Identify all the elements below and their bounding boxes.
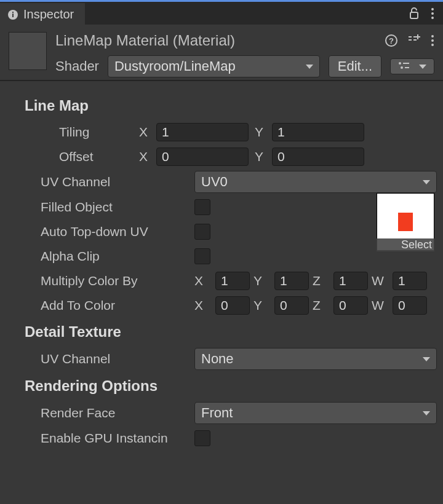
lock-icon[interactable] (409, 7, 420, 20)
row-offset: Offset X Y (59, 146, 437, 167)
alpha-clip-checkbox[interactable] (194, 248, 210, 264)
axis-y-label: Y (253, 274, 267, 288)
auto-topdown-checkbox[interactable] (194, 224, 210, 240)
presets-icon[interactable] (407, 34, 421, 47)
svg-point-17 (431, 44, 434, 46)
info-icon (7, 9, 18, 20)
svg-rect-21 (405, 67, 409, 68)
axis-x-label: X (194, 274, 208, 288)
row-tiling: Tiling X Y (59, 122, 437, 143)
offset-y-input[interactable] (272, 148, 364, 166)
axis-z-label: Z (313, 274, 326, 288)
edit-button[interactable]: Edit... (329, 55, 381, 77)
kebab-icon[interactable] (431, 7, 434, 20)
row-detail-uv-channel: UV Channel None (41, 348, 437, 370)
tiling-label: Tiling (59, 125, 139, 140)
detail-uv-channel-label: UV Channel (41, 352, 194, 366)
svg-rect-10 (409, 39, 412, 41)
svg-point-5 (431, 12, 434, 15)
axis-x-label: X (194, 298, 208, 313)
add-y-input[interactable] (274, 296, 309, 315)
detail-uv-channel-value: None (201, 351, 234, 367)
axis-w-label: W (372, 274, 385, 288)
axis-x-label: X (139, 125, 153, 140)
section-rendering-title: Rendering Options (25, 377, 437, 395)
tab-bar: Inspector (0, 0, 443, 25)
section-linemap-title: Line Map (25, 97, 437, 114)
svg-text:?: ? (389, 36, 394, 45)
material-header: LineMap Material (Material) ? Shader Dus… (0, 25, 443, 81)
render-face-label: Render Face (41, 406, 194, 420)
section-detail-title: Detail Texture (25, 323, 437, 341)
chevron-down-icon (306, 65, 313, 69)
shader-label: Shader (55, 58, 99, 74)
kebab-icon[interactable] (431, 34, 434, 47)
svg-point-18 (399, 62, 401, 65)
shader-value: Dustyroom/LineMap (114, 58, 236, 74)
axis-y-label: Y (253, 298, 267, 313)
filled-object-checkbox[interactable] (194, 199, 210, 215)
chevron-down-icon (423, 411, 430, 415)
gpu-instancing-checkbox[interactable] (194, 430, 210, 446)
axis-z-label: Z (313, 298, 326, 313)
multiply-color-label: Multiply Color By (41, 274, 194, 288)
add-to-color-label: Add To Color (41, 298, 194, 313)
svg-rect-1 (12, 14, 14, 17)
uv-channel-value: UV0 (201, 174, 228, 190)
gpu-instancing-label: Enable GPU Instancin (41, 431, 194, 446)
tab-label: Inspector (23, 7, 74, 22)
row-render-face: Render Face Front (41, 402, 437, 424)
row-multiply-color: Multiply Color By X Y Z W (41, 270, 437, 291)
hierarchy-dropdown-button[interactable] (390, 58, 434, 74)
axis-x-label: X (139, 149, 153, 164)
axis-w-label: W (372, 298, 385, 313)
render-face-value: Front (201, 405, 233, 421)
svg-rect-14 (415, 36, 420, 37)
linemap-texture-slot[interactable]: Select (377, 193, 434, 262)
axis-y-label: Y (255, 125, 268, 140)
chevron-down-icon (423, 357, 430, 361)
row-gpu-instancing: Enable GPU Instancin (41, 428, 437, 449)
tiling-y-input[interactable] (272, 123, 364, 141)
multiply-x-input[interactable] (215, 272, 250, 290)
svg-point-16 (431, 39, 434, 42)
multiply-w-input[interactable] (393, 272, 427, 290)
material-preview-thumb[interactable] (9, 32, 47, 70)
multiply-z-input[interactable] (333, 272, 368, 290)
svg-point-6 (431, 17, 434, 19)
list-icon (398, 61, 410, 71)
detail-uv-channel-dropdown[interactable]: None (194, 348, 437, 370)
svg-rect-12 (413, 39, 417, 41)
tab-inspector[interactable]: Inspector (0, 3, 85, 26)
svg-point-20 (401, 66, 403, 69)
row-uv-channel: UV Channel UV0 (41, 171, 437, 193)
multiply-y-input[interactable] (274, 272, 309, 290)
auto-topdown-label: Auto Top-down UV (41, 224, 194, 239)
add-w-input[interactable] (393, 296, 427, 315)
shader-dropdown[interactable]: Dustyroom/LineMap (108, 55, 320, 77)
render-face-dropdown[interactable]: Front (194, 402, 437, 424)
offset-label: Offset (59, 149, 139, 164)
material-title: LineMap Material (Material) (55, 32, 235, 49)
svg-rect-19 (403, 63, 409, 64)
axis-y-label: Y (255, 149, 268, 164)
add-x-input[interactable] (215, 296, 250, 315)
offset-x-input[interactable] (156, 148, 249, 166)
svg-rect-9 (409, 36, 412, 37)
tiling-x-input[interactable] (156, 123, 249, 141)
texture-select-button[interactable]: Select (377, 238, 434, 251)
uv-channel-label: UV Channel (41, 175, 194, 189)
row-add-to-color: Add To Color X Y Z W (41, 295, 437, 316)
chevron-down-icon (423, 180, 430, 184)
chevron-down-icon (419, 65, 426, 69)
alpha-clip-label: Alpha Clip (41, 249, 194, 264)
add-z-input[interactable] (333, 296, 368, 315)
filled-object-label: Filled Object (41, 200, 194, 215)
svg-point-15 (431, 35, 434, 37)
svg-rect-2 (12, 12, 14, 13)
svg-rect-3 (410, 12, 418, 18)
svg-point-4 (431, 8, 434, 10)
help-icon[interactable]: ? (385, 34, 397, 47)
uv-channel-dropdown[interactable]: UV0 (194, 171, 437, 193)
